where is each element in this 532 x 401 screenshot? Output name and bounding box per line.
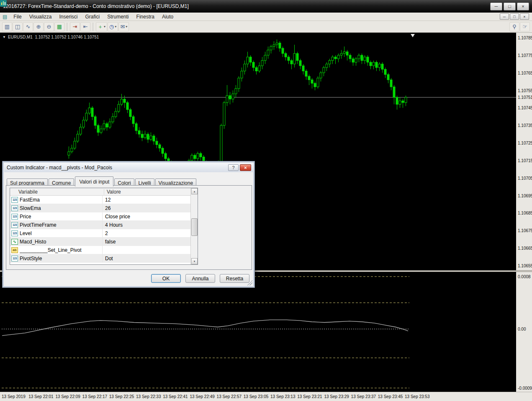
price-axis-label: 1.10655 <box>518 264 532 268</box>
custom-indicator-dialog: Custom Indicator - macd__pivots - Mod_Pa… <box>2 161 255 288</box>
dropdown-arrow-icon[interactable]: ▾ <box>104 25 105 28</box>
candlestick-chart-icon[interactable]: ◫ <box>13 22 23 31</box>
price-axis-label: 1.10775 <box>518 53 532 58</box>
window-title: 12016727: ForexTime-Standard-demo - Cont… <box>3 3 189 9</box>
numeric-param-icon: 123 <box>11 222 18 228</box>
param-value[interactable]: Close price <box>103 214 130 220</box>
price-axis-label: 1.10765 <box>518 71 532 75</box>
menu-item-visualizza[interactable]: Visualizza <box>26 13 56 21</box>
time-axis-label: 13 Sep 22:41 <box>163 394 188 399</box>
macd-signal-line <box>2 320 408 336</box>
bar-chart-icon[interactable]: ▥ <box>2 22 12 31</box>
param-name: Level <box>20 229 103 237</box>
scrollbar-thumb[interactable] <box>191 218 198 236</box>
title-bar[interactable]: 12016727: ForexTime-Standard-demo - Cont… <box>0 0 532 13</box>
macd-indicator-chart <box>0 272 516 392</box>
mdi-close-button[interactable]: × <box>520 13 529 20</box>
table-row[interactable]: ∿Macd_Histofalse <box>10 238 191 246</box>
dropdown-arrow-icon[interactable]: ▾ <box>115 25 116 28</box>
auto-scroll-icon-glyph: ⇥ <box>73 23 77 30</box>
mdi-restore-button[interactable]: □ <box>510 13 519 20</box>
resize-grip[interactable] <box>247 280 252 285</box>
price-axis-label: 1.10785 <box>518 36 532 40</box>
time-axis-label: 13 Sep 2019 <box>2 394 26 399</box>
new-chart-icon-glyph: ＋ <box>98 23 103 31</box>
numeric-param-icon: 123 <box>11 197 18 203</box>
time-axis-label: 13 Sep 23:13 <box>270 394 296 399</box>
dialog-close-button[interactable]: × <box>240 164 251 171</box>
dialog-help-button[interactable]: ? <box>228 164 239 171</box>
table-row[interactable]: 123FastEma12 <box>10 196 191 204</box>
time-axis-label: 13 Sep 22:09 <box>55 394 80 399</box>
dropdown-arrow-icon[interactable]: ▾ <box>126 25 127 28</box>
auto-scroll-icon[interactable]: ⇥ <box>70 22 80 31</box>
price-axis-label: 1.10695 <box>518 194 532 198</box>
toolbar-separator <box>67 23 67 31</box>
periods-icon[interactable]: ◷▾ <box>108 22 118 31</box>
chart-system-icon[interactable]: ▤ <box>3 14 7 20</box>
menu-item-finestra[interactable]: Finestra <box>133 13 158 21</box>
table-row[interactable]: 123PriceClose price <box>10 212 191 221</box>
param-value[interactable]: false <box>103 239 116 245</box>
numeric-param-icon: 123 <box>11 256 18 261</box>
scrollbar-up-icon[interactable]: ▲ <box>191 188 198 194</box>
param-value[interactable]: 12 <box>103 197 111 203</box>
indicator-pane[interactable] <box>0 272 516 392</box>
tab-valori-di-input[interactable]: Valori di input <box>75 176 113 186</box>
numeric-param-icon: 123 <box>11 214 18 220</box>
menu-item-grafici[interactable]: Grafici <box>82 13 104 21</box>
indicator-axis-label: 0.00 <box>518 327 526 331</box>
column-header-value: Valore <box>104 189 121 195</box>
minimize-button[interactable]: ─ <box>490 3 502 10</box>
line-chart-icon[interactable]: ∿ <box>23 22 33 31</box>
time-axis-label: 13 Sep 23:37 <box>351 394 376 399</box>
table-row[interactable]: 123PivotTimeFrame4 Hours <box>10 221 191 229</box>
param-value[interactable]: 2 <box>103 230 108 236</box>
chart-symbol-marker-icon[interactable]: ▼ <box>3 35 6 39</box>
close-button[interactable]: × <box>517 3 529 10</box>
table-row[interactable]: 123Level2 <box>10 229 191 238</box>
app-icon <box>0 0 7 7</box>
numeric-param-icon: 123 <box>11 205 18 211</box>
param-value[interactable]: 26 <box>103 205 111 211</box>
table-row[interactable]: 123SlowEma26 <box>10 204 191 212</box>
scrollbar-down-icon[interactable]: ▼ <box>191 258 198 264</box>
zoom-in-icon[interactable]: ⊕ <box>33 22 44 31</box>
param-value[interactable]: 4 Hours <box>103 222 123 228</box>
parameters-table: Variabile Valore 123FastEma12123SlowEma2… <box>10 188 198 265</box>
reset-button[interactable]: Resetta <box>220 274 249 283</box>
menu-item-aiuto[interactable]: Aiuto <box>158 13 177 21</box>
menu-item-inserisci[interactable]: Inserisci <box>56 13 82 21</box>
templates-icon[interactable]: ✉▾ <box>118 22 129 31</box>
search-icon[interactable]: ⚲ <box>509 22 519 31</box>
param-name: FastEma <box>20 196 103 204</box>
pointer-icon[interactable]: ☞ <box>520 22 530 31</box>
param-name: PivotStyle <box>20 254 103 262</box>
ok-button[interactable]: OK <box>151 274 181 283</box>
time-axis-label: 13 Sep 22:25 <box>109 394 134 399</box>
param-rows: 123FastEma12123SlowEma26123PriceClose pr… <box>10 196 191 263</box>
dialog-title: Custom Indicator - macd__pivots - Mod_Pa… <box>7 165 112 171</box>
zoom-out-icon[interactable]: ⊖ <box>44 22 54 31</box>
price-axis[interactable]: 1.107851.107751.107651.107551.107451.107… <box>516 33 532 392</box>
price-axis-label: 1.10705 <box>518 176 532 181</box>
menu-item-strumenti[interactable]: Strumenti <box>103 13 132 21</box>
time-axis[interactable]: 13 Sep 201913 Sep 22:0113 Sep 22:0913 Se… <box>0 392 532 401</box>
table-row[interactable]: 123PivotStyleDot <box>10 254 191 263</box>
time-axis-label: 13 Sep 23:29 <box>324 394 349 399</box>
chart-shift-icon[interactable]: ⇤ <box>80 22 90 31</box>
tile-windows-icon[interactable]: ▦ <box>54 22 64 31</box>
param-value[interactable]: Dot <box>103 256 113 261</box>
current-price-label: 1.10751 <box>518 95 532 100</box>
cancel-button[interactable]: Annulla <box>185 274 215 283</box>
table-header: Variabile Valore <box>10 188 198 196</box>
mdi-minimize-button[interactable]: ─ <box>500 13 509 20</box>
dialog-title-bar[interactable]: Custom Indicator - macd__pivots - Mod_Pa… <box>4 163 254 172</box>
maximize-button[interactable]: □ <box>504 3 516 10</box>
menu-item-file[interactable]: File <box>10 13 25 21</box>
table-row[interactable]: ab__________Set_Line_Pivot <box>10 246 191 254</box>
numeric-param-icon: 123 <box>11 230 18 236</box>
table-scrollbar[interactable]: ▲ ▼ <box>190 188 198 264</box>
new-chart-icon[interactable]: ＋▾ <box>96 22 107 31</box>
toolbar: ▥◫∿⊕⊖▦⇥⇤＋▾◷▾✉▾ ⚲☞ <box>0 21 532 33</box>
